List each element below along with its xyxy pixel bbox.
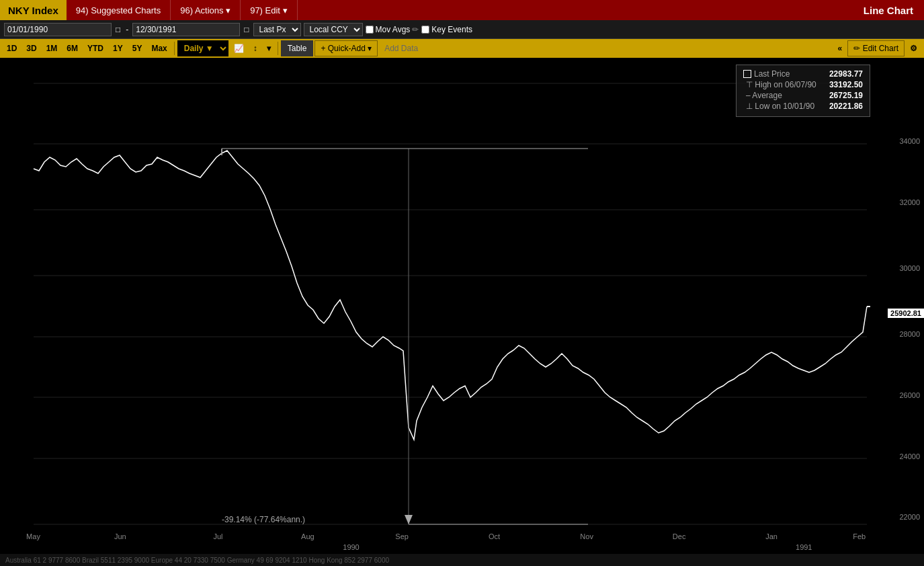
edit-chart-btn[interactable]: ✏ Edit Chart xyxy=(847,40,905,56)
x-label-oct: Oct xyxy=(489,532,500,540)
edit-menu[interactable]: 97) Edit ▾ xyxy=(241,0,297,20)
legend-last-price-row: Last Price 22983.77 xyxy=(743,69,863,79)
title-bar: NKY Index 94) Suggested Charts 96) Actio… xyxy=(0,0,924,20)
period-max-btn[interactable]: Max xyxy=(147,40,171,56)
table-btn[interactable]: Table xyxy=(281,40,314,56)
legend-box: Last Price 22983.77 ⊤ High on 06/07/90 3… xyxy=(736,65,870,117)
legend-low-row: ⊥ Low on 10/01/90 20221.86 xyxy=(743,102,863,111)
low-value: 20221.86 xyxy=(829,102,863,111)
x-label-jun: Jun xyxy=(114,532,126,540)
x-label-feb: Feb xyxy=(853,532,866,540)
period-1d-btn[interactable]: 1D xyxy=(3,40,21,56)
end-date-input[interactable] xyxy=(132,23,240,36)
legend-color-box xyxy=(743,70,751,78)
high-label: ⊤ High on 06/07/90 xyxy=(743,80,816,89)
legend-avg-row: – Average 26725.19 xyxy=(743,91,863,100)
footer: Australia 61 2 9777 8600 Brazil 5511 239… xyxy=(0,554,924,566)
x-label-jan: Jan xyxy=(765,532,778,540)
actions-menu[interactable]: 96) Actions ▾ xyxy=(171,0,241,20)
y-label-34000: 34000 xyxy=(899,137,920,145)
line-chart-icon-btn[interactable]: 📈 xyxy=(230,40,248,56)
dropdown-arrow-btn[interactable]: ▾ xyxy=(263,40,275,56)
suggested-charts-menu[interactable]: 94) Suggested Charts xyxy=(67,0,171,20)
price-type-select[interactable]: Last Px xyxy=(253,23,301,36)
chart-svg xyxy=(0,58,924,566)
period-6m-btn[interactable]: 6M xyxy=(62,40,82,56)
x-label-jul: Jul xyxy=(213,532,222,540)
y-label-26000: 26000 xyxy=(899,391,920,399)
key-events-checkbox[interactable] xyxy=(421,26,429,34)
toolbar-separator-1 xyxy=(174,42,175,55)
start-date-input[interactable] xyxy=(4,23,112,36)
y-label-22000: 22000 xyxy=(899,513,920,521)
year-label-1991: 1991 xyxy=(796,543,812,551)
mov-avgs-checkbox[interactable] xyxy=(366,26,374,34)
date-dash: - xyxy=(124,25,130,34)
period-ytd-btn[interactable]: YTD xyxy=(83,40,108,56)
period-3d-btn[interactable]: 3D xyxy=(22,40,40,56)
low-label: ⊥ Low on 10/01/90 xyxy=(743,102,814,111)
sort-icon-btn[interactable]: ↕ xyxy=(249,40,261,56)
annotation-text: -39.14% (-77.64%ann.) xyxy=(222,515,305,524)
y-label-28000: 28000 xyxy=(899,330,920,338)
settings-btn[interactable]: ⚙ xyxy=(906,40,921,56)
footer-text: Australia 61 2 9777 8600 Brazil 5511 239… xyxy=(5,557,389,564)
end-date-separator: □ xyxy=(243,25,250,34)
x-label-aug: Aug xyxy=(301,532,314,540)
add-data-btn[interactable]: Add Data xyxy=(379,40,423,56)
toolbar: 1D 3D 1M 6M YTD 1Y 5Y Max Daily ▼ 📈 ↕ ▾ … xyxy=(0,39,924,58)
key-events-checkbox-label[interactable]: Key Events xyxy=(421,25,472,34)
price-tag: 25902.81 xyxy=(888,309,924,318)
x-label-nov: Nov xyxy=(580,532,593,540)
ticker-label[interactable]: NKY Index xyxy=(0,0,67,20)
avg-label: – Average xyxy=(743,91,782,100)
svg-marker-12 xyxy=(405,515,413,524)
y-label-24000: 24000 xyxy=(899,452,920,460)
legend-high-row: ⊤ High on 06/07/90 33192.50 xyxy=(743,80,863,89)
currency-select[interactable]: Local CCY xyxy=(304,23,363,36)
year-label-1990: 1990 xyxy=(343,543,359,551)
quick-add-btn[interactable]: + Quick-Add ▾ xyxy=(314,40,378,56)
chart-area: Last Price 22983.77 ⊤ High on 06/07/90 3… xyxy=(0,58,924,566)
high-value: 33192.50 xyxy=(829,80,863,89)
period-1y-btn[interactable]: 1Y xyxy=(109,40,127,56)
last-price-label: Last Price xyxy=(754,69,790,79)
avg-value: 26725.19 xyxy=(829,91,863,100)
period-5y-btn[interactable]: 5Y xyxy=(128,40,146,56)
mov-avgs-checkbox-label[interactable]: Mov Avgs ✏ xyxy=(366,25,419,34)
toolbar-separator-2 xyxy=(278,42,278,55)
x-label-sep: Sep xyxy=(395,532,409,540)
date-separator: □ xyxy=(114,25,122,34)
last-price-value: 22983.77 xyxy=(829,69,863,79)
y-label-32000: 32000 xyxy=(899,198,920,206)
x-label-dec: Dec xyxy=(673,532,686,540)
chart-type-label: Line Chart xyxy=(853,0,924,20)
x-label-may: May xyxy=(26,532,40,540)
date-bar: □ - □ Last Px Local CCY Mov Avgs ✏ Key E… xyxy=(0,20,924,39)
interval-select[interactable]: Daily ▼ xyxy=(177,40,228,56)
collapse-btn[interactable]: « xyxy=(834,40,847,56)
y-label-30000: 30000 xyxy=(899,264,920,272)
period-1m-btn[interactable]: 1M xyxy=(42,40,62,56)
